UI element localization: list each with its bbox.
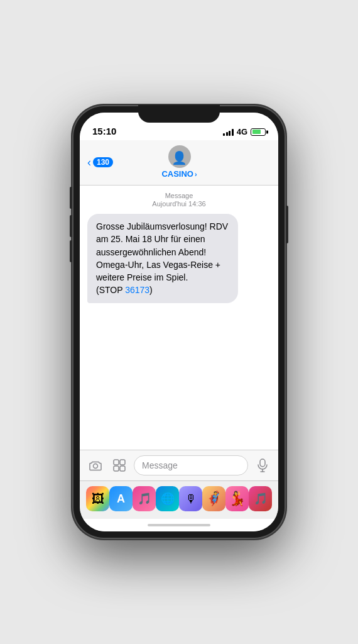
avatar: 👤	[168, 145, 191, 168]
message-bubble: Grosse Jubiläumsverlosung! RDV am 25. Ma…	[87, 214, 238, 303]
phone-frame: 15:10 4G ‹ 130	[72, 105, 286, 539]
navigation-bar: ‹ 130 👤 CASINO ›	[80, 140, 278, 186]
home-bar	[148, 524, 210, 526]
phone-screen: 15:10 4G ‹ 130	[80, 113, 278, 531]
camera-button[interactable]	[86, 456, 105, 475]
dock-translate-icon[interactable]: 🌐	[156, 486, 179, 511]
battery-icon	[251, 128, 266, 136]
svg-rect-2	[120, 460, 125, 465]
message-timestamp: Message Aujourd'hui 14:36	[87, 192, 271, 208]
dock-icons: 🖼 A 🎵 🌐 🎙 🦸 💃	[86, 486, 272, 511]
contact-name: CASINO ›	[161, 169, 197, 179]
back-button[interactable]: ‹ 130	[87, 157, 113, 168]
input-bar: Message	[80, 450, 278, 480]
back-chevron-icon: ‹	[87, 157, 91, 168]
avatar-person-icon: 👤	[171, 152, 187, 164]
dock-photos-icon[interactable]: 🖼	[86, 486, 109, 511]
stop-link[interactable]: 36173	[125, 285, 149, 295]
dock-voice-icon[interactable]: 🎙	[179, 486, 202, 511]
bubble-stop-suffix: )	[149, 285, 153, 295]
bubble-stop-prefix: (STOP	[96, 285, 125, 295]
timestamp-label: Message	[87, 192, 271, 199]
battery-fill	[252, 130, 261, 134]
bubble-text: Grosse Jubiläumsverlosung! RDV am 25. Ma…	[96, 221, 228, 282]
dock-activity-icon[interactable]: 🎵	[133, 486, 156, 511]
back-badge-count: 130	[93, 157, 113, 167]
camera-icon	[89, 458, 102, 472]
home-indicator	[80, 519, 278, 531]
signal-icon	[223, 128, 234, 136]
svg-rect-4	[120, 466, 125, 471]
message-placeholder: Message	[142, 460, 178, 470]
mic-icon	[257, 458, 268, 472]
message-input[interactable]: Message	[134, 455, 248, 475]
nav-contact-info[interactable]: 👤 CASINO ›	[161, 145, 197, 179]
svg-rect-5	[260, 459, 265, 467]
timestamp-date: Aujourd'hui 14:36	[87, 200, 271, 208]
message-row: Grosse Jubiläumsverlosung! RDV am 25. Ma…	[87, 214, 271, 303]
dock-music-icon[interactable]: 🎵	[249, 486, 272, 511]
contact-chevron-icon: ›	[195, 170, 197, 178]
dock-bar: 🖼 A 🎵 🌐 🎙 🦸 💃	[80, 480, 278, 519]
svg-rect-3	[114, 466, 119, 471]
dock-memoji2-icon[interactable]: 💃	[225, 486, 249, 511]
mic-button[interactable]	[253, 456, 272, 475]
notch	[138, 105, 220, 123]
message-area: Message Aujourd'hui 14:36 Grosse Jubiläu…	[80, 186, 278, 450]
dock-memoji1-icon[interactable]: 🦸	[202, 486, 225, 511]
dock-appstore-icon[interactable]: A	[109, 486, 133, 511]
network-type: 4G	[237, 127, 247, 136]
apps-icon	[112, 458, 126, 472]
status-time: 15:10	[92, 126, 116, 136]
status-icons: 4G	[223, 127, 266, 136]
svg-rect-1	[114, 460, 119, 465]
svg-point-0	[94, 464, 98, 469]
apps-button[interactable]	[110, 456, 129, 475]
